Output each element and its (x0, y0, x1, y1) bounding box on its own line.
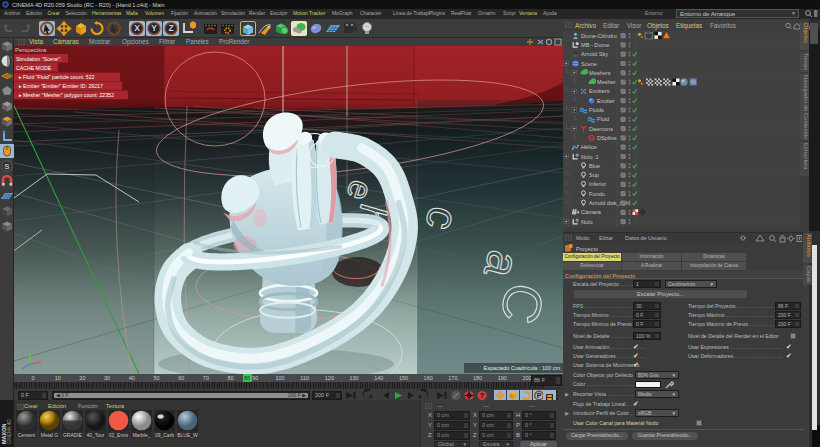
svg-text:P: P (537, 392, 542, 399)
svg-text:Nulo .1: Nulo .1 (581, 154, 599, 160)
svg-text:GRADIE: GRADIE (63, 432, 83, 438)
svg-text:BLUE_W: BLUE_W (177, 432, 198, 438)
svg-text:▸ Mesher "Mesher" polygon coun: ▸ Mesher "Mesher" polygon count: 22352 (19, 92, 114, 98)
svg-text:09_Carb: 09_Carb (155, 432, 174, 438)
svg-text:▸ Fluid "Fluid" particle count: ▸ Fluid "Fluid" particle count: 522 (19, 74, 95, 80)
svg-text:Cámara: Cámara (581, 209, 602, 215)
svg-text:02_Emis: 02_Emis (109, 432, 129, 438)
svg-text:Sup: Sup (589, 172, 599, 178)
svg-text:Meshers: Meshers (589, 70, 611, 76)
svg-text:Daemons: Daemons (589, 126, 613, 132)
svg-text:X: X (134, 23, 140, 33)
svg-text:Cement: Cement (18, 432, 36, 438)
svg-text:Emitters: Emitters (589, 88, 610, 94)
svg-text:Perspectiva: Perspectiva (15, 47, 47, 53)
svg-text:Dome-Cilindro: Dome-Cilindro (581, 33, 617, 39)
svg-text:Y: Y (151, 23, 157, 33)
svg-text:Scene: Scene (581, 61, 597, 67)
svg-text:Arnold Sky: Arnold Sky (581, 51, 608, 57)
svg-text:CACHE MODE: CACHE MODE (16, 65, 52, 71)
svg-text:Simulation "Scene":: Simulation "Scene": (16, 56, 62, 62)
svg-text:Inferior: Inferior (589, 181, 607, 187)
svg-text:Z: Z (168, 23, 173, 33)
svg-text:Hélice: Hélice (581, 144, 597, 150)
svg-text:Metal G: Metal G (41, 432, 59, 438)
svg-text:Marble_: Marble_ (132, 432, 150, 438)
svg-text:Fluids: Fluids (589, 107, 604, 113)
svg-text:Mesher: Mesher (597, 79, 616, 85)
svg-text:?: ? (480, 391, 485, 400)
svg-text:Nulo: Nulo (581, 219, 593, 225)
svg-text:40_Tour: 40_Tour (86, 432, 104, 438)
svg-text:Fluid: Fluid (597, 116, 609, 122)
svg-text:S: S (4, 162, 10, 171)
svg-text:▸ Emitter "Emitter" Emitter ID: ▸ Emitter "Emitter" Emitter ID: 29217 (19, 83, 103, 89)
svg-text:DSpline: DSpline (597, 135, 617, 141)
svg-text:Espaciado Cuadrícula : 100 cm: Espaciado Cuadrícula : 100 cm (484, 365, 561, 371)
svg-text:MB - Dome: MB - Dome (581, 42, 609, 48)
svg-text:Blue: Blue (589, 163, 600, 169)
svg-text:Fondo: Fondo (589, 191, 605, 197)
svg-text:Emitter: Emitter (597, 98, 615, 104)
